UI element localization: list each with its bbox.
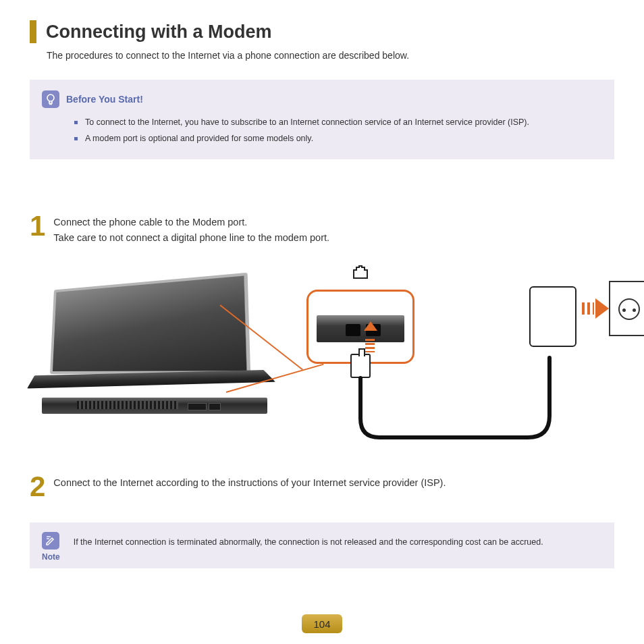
- title-accent-bar: [30, 20, 36, 43]
- step-1: 1 Connect the phone cable to the Modem p…: [30, 213, 614, 246]
- laptop-illustration: [9, 286, 279, 435]
- step-1-text: Connect the phone cable to the Modem por…: [53, 213, 329, 246]
- plug-arrow-icon: [595, 298, 609, 319]
- page-number-badge: 104: [302, 614, 342, 633]
- lightbulb-icon: [42, 90, 59, 108]
- page-subtitle: The procedures to connect to the Interne…: [47, 50, 614, 61]
- before-item-1: To connect to the Internet, you have to …: [74, 115, 602, 131]
- note-label: Note: [42, 552, 60, 562]
- before-you-start-callout: Before You Start! To connect to the Inte…: [30, 80, 614, 159]
- page-title: Connecting with a Modem: [46, 22, 272, 43]
- title-row: Connecting with a Modem: [30, 20, 614, 43]
- plug-arrow-trail: [582, 302, 594, 315]
- svg-point-0: [47, 95, 54, 101]
- power-adapter-illustration: [529, 286, 576, 347]
- connection-diagram: [30, 266, 614, 455]
- step-1-number: 1: [30, 213, 45, 239]
- note-text: If the Internet connection is terminated…: [74, 532, 543, 547]
- page-number: 104: [313, 618, 330, 630]
- step-1-line-2: Take care to not connect a digital phone…: [53, 230, 329, 246]
- before-item-2: A modem port is optional and provided fo…: [74, 131, 602, 147]
- before-you-start-list: To connect to the Internet, you have to …: [74, 115, 602, 147]
- step-1-line-1: Connect the phone cable to the Modem por…: [53, 215, 329, 230]
- before-you-start-heading: Before You Start!: [66, 94, 143, 105]
- insert-arrow-trail: [365, 339, 375, 352]
- step-2: 2 Connect to the Internet according to t…: [30, 474, 614, 500]
- wall-socket-illustration: [609, 281, 644, 336]
- rj11-plug-illustration: [350, 354, 371, 378]
- modem-port-icon: [352, 265, 369, 279]
- step-2-number: 2: [30, 474, 45, 500]
- note-callout: Note If the Internet connection is termi…: [30, 522, 614, 568]
- phone-cable-illustration: [359, 378, 548, 439]
- step-2-text: Connect to the Internet according to the…: [53, 474, 446, 491]
- note-pencil-icon: [42, 532, 59, 549]
